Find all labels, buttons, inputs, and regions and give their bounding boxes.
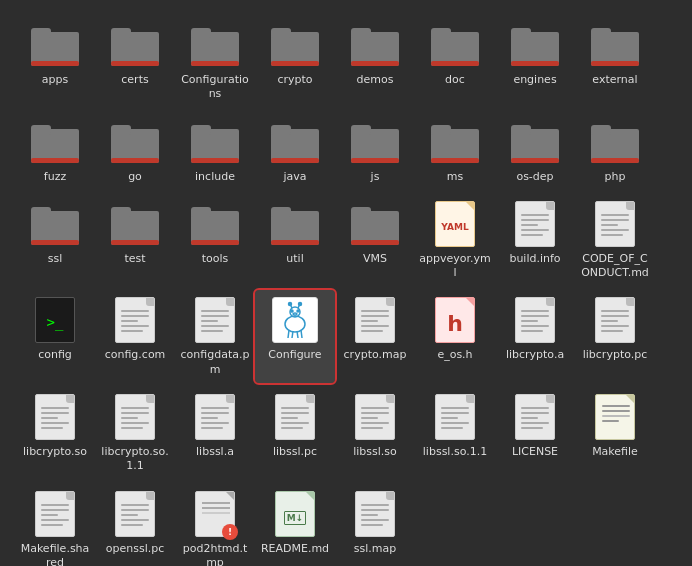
list-item-libssl-so[interactable]: libssl.so [335,387,415,480]
item-label-engines: engines [513,73,556,87]
file-icon [191,393,239,441]
item-label-apps: apps [42,73,68,87]
svg-rect-19 [511,28,531,38]
folder-icon [111,200,159,248]
svg-rect-13 [351,28,371,38]
terminal-icon: >_ [31,296,79,344]
list-item-build-info[interactable]: build.info [495,194,575,287]
list-item-libcrypto-so-1-1[interactable]: libcrypto.so.1.1 [95,387,175,480]
list-item-code-of-conduct[interactable]: CODE_OF_CONDUCT.md [575,194,655,287]
list-item-crypto[interactable]: crypto [255,15,335,108]
list-item-js[interactable]: js [335,112,415,190]
svg-rect-62 [351,240,399,245]
list-item-pod2htmd[interactable]: ! pod2htmd.tmp [175,484,255,566]
svg-line-69 [288,330,289,338]
item-label-appveyor: appveyor.yml [419,252,491,281]
list-item-demos[interactable]: demos [335,15,415,108]
list-item-util[interactable]: util [255,194,335,287]
file-icon [111,296,159,344]
list-item-libssl-so-1-1[interactable]: libssl.so.1.1 [415,387,495,480]
list-item-go[interactable]: go [95,112,175,190]
item-label-libssl-so: libssl.so [353,445,397,459]
list-item-makefile[interactable]: Makefile [575,387,655,480]
file-icon [351,490,399,538]
list-item-ssl[interactable]: ssl [15,194,95,287]
file-icon [271,393,319,441]
list-item-doc[interactable]: doc [415,15,495,108]
svg-rect-59 [271,240,319,245]
svg-rect-58 [271,207,291,217]
list-item-apps[interactable]: apps [15,15,95,108]
folder-icon [111,21,159,69]
svg-line-70 [292,331,293,338]
file-icon [351,393,399,441]
svg-rect-7 [191,28,211,38]
list-item-php[interactable]: php [575,112,655,190]
list-item-libcrypto-pc[interactable]: libcrypto.pc [575,290,655,383]
list-item-license[interactable]: LICENSE [495,387,575,480]
list-item-makefile-shared[interactable]: Makefile.shared [15,484,95,566]
list-item-config[interactable]: >_ config [15,290,95,383]
svg-rect-49 [31,207,51,217]
list-item-libcrypto-a[interactable]: libcrypto.a [495,290,575,383]
pod-icon: ! [191,490,239,538]
list-item-libssl-pc[interactable]: libssl.pc [255,387,335,480]
item-label-util: util [286,252,303,266]
svg-rect-17 [431,61,479,66]
file-icon [511,200,559,248]
file-icon [431,393,479,441]
svg-point-68 [299,303,302,306]
list-item-tools[interactable]: tools [175,194,255,287]
item-label-fuzz: fuzz [44,170,66,184]
file-manager[interactable]: apps certs Configurations crypto demos d… [0,0,692,566]
list-item-crypto-map[interactable]: crypto.map [335,290,415,383]
svg-rect-56 [191,240,239,245]
item-label-demos: demos [357,73,394,87]
svg-rect-47 [591,158,639,163]
list-item-external[interactable]: external [575,15,655,108]
folder-icon [191,200,239,248]
list-item-ms[interactable]: ms [415,112,495,190]
item-label-ssl-map: ssl.map [354,542,396,556]
list-item-ssl-map[interactable]: ssl.map [335,484,415,566]
folder-icon [31,200,79,248]
list-item-openssl-pc[interactable]: openssl.pc [95,484,175,566]
list-item-appveyor[interactable]: YAML appveyor.yml [415,194,495,287]
list-item-engines[interactable]: engines [495,15,575,108]
list-item-libcrypto-so[interactable]: libcrypto.so [15,387,95,480]
item-label-configurations: Configurations [179,73,251,102]
folder-icon [591,21,639,69]
svg-rect-44 [511,158,559,163]
list-item-os-dep[interactable]: os-dep [495,112,575,190]
item-label-tools: tools [202,252,229,266]
folder-icon [511,118,559,166]
item-label-e-os-h: e_os.h [437,348,472,362]
svg-rect-2 [31,61,79,66]
list-item-readme-md[interactable]: M↓ README.md [255,484,335,566]
list-item-configure[interactable]: Configure [255,290,335,383]
list-item-config-com[interactable]: config.com [95,290,175,383]
item-label-crypto-map: crypto.map [344,348,407,362]
folder-icon [351,21,399,69]
svg-rect-23 [591,61,639,66]
folder-icon [191,118,239,166]
svg-rect-25 [31,125,51,135]
list-item-e-os-h[interactable]: h e_os.h [415,290,495,383]
list-item-configurations[interactable]: Configurations [175,15,255,108]
svg-point-74 [297,310,299,312]
svg-line-71 [297,331,298,338]
list-item-include[interactable]: include [175,112,255,190]
list-item-fuzz[interactable]: fuzz [15,112,95,190]
list-item-test[interactable]: test [95,194,175,287]
svg-point-75 [293,313,297,315]
folder-icon [591,118,639,166]
folder-icon [31,118,79,166]
folder-icon [511,21,559,69]
list-item-java[interactable]: java [255,112,335,190]
svg-rect-46 [591,125,611,135]
list-item-vms[interactable]: VMS [335,194,415,287]
svg-rect-37 [351,125,371,135]
list-item-configdata-pm[interactable]: configdata.pm [175,290,255,383]
list-item-certs[interactable]: certs [95,15,175,108]
list-item-libssl-a[interactable]: libssl.a [175,387,255,480]
